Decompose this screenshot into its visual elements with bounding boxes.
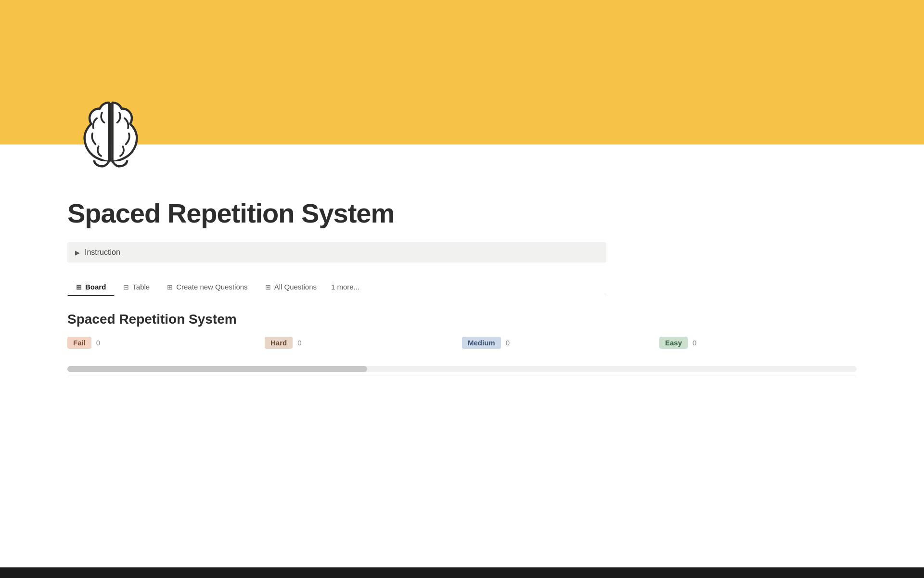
board-tab-icon: ⊞ [76,283,82,291]
tab-all-questions[interactable]: ⊞ All Questions [257,278,325,296]
horizontal-scrollbar[interactable] [67,366,857,372]
column-count-hard: 0 [297,339,301,347]
create-tab-icon: ⊞ [167,283,173,291]
tab-table[interactable]: ⊟ Table [115,278,158,296]
instruction-label: Instruction [85,248,120,257]
tab-table-label: Table [132,283,150,291]
scrollbar-thumb[interactable] [67,366,367,372]
instruction-arrow-icon: ▶ [75,249,80,256]
header-banner [0,0,924,144]
tab-create-new-questions[interactable]: ⊞ Create new Questions [158,278,256,296]
board-column-hard: Hard 0 [265,337,462,356]
board-column-fail: Fail 0 [67,337,265,356]
brain-icon-container [67,94,154,183]
table-tab-icon: ⊟ [123,283,129,291]
brain-icon [67,94,154,181]
tabs-more-label: 1 more... [331,283,359,291]
column-count-easy: 0 [693,339,696,347]
tabs-more[interactable]: 1 more... [325,278,365,296]
bottom-divider [67,376,857,376]
column-header-fail: Fail 0 [67,337,245,349]
tab-board-label: Board [85,283,106,291]
column-count-fail: 0 [96,339,100,347]
bottom-bar [0,567,924,578]
instruction-toggle[interactable]: ▶ Instruction [67,242,606,263]
badge-easy: Easy [659,337,688,349]
tab-create-label: Create new Questions [176,283,247,291]
tab-board[interactable]: ⊞ Board [67,278,115,296]
column-header-easy: Easy 0 [659,337,837,349]
board-column-medium: Medium 0 [462,337,659,356]
badge-medium: Medium [462,337,501,349]
column-header-hard: Hard 0 [265,337,443,349]
board-section-title: Spaced Repetition System [67,312,857,327]
board-section: Spaced Repetition System Fail 0 Hard 0 M… [67,312,857,356]
tabs-bar: ⊞ Board ⊟ Table ⊞ Create new Questions ⊞… [67,278,606,296]
badge-fail: Fail [67,337,91,349]
column-count-medium: 0 [506,339,510,347]
all-questions-tab-icon: ⊞ [265,283,271,291]
column-header-medium: Medium 0 [462,337,640,349]
board-column-easy: Easy 0 [659,337,857,356]
board-columns: Fail 0 Hard 0 Medium 0 [67,337,857,356]
page-title: Spaced Repetition System [67,197,857,229]
tab-all-questions-label: All Questions [274,283,317,291]
badge-hard: Hard [265,337,293,349]
